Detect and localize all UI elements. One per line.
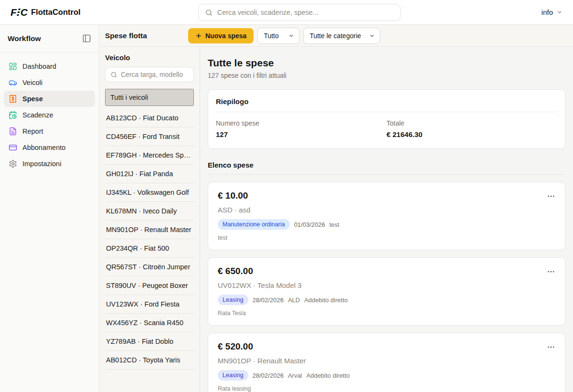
sidebar-item-label: Veicoli bbox=[22, 79, 42, 86]
expense-vendor: ALD bbox=[288, 297, 300, 304]
filter-category-select[interactable]: Tutte le categorie bbox=[303, 28, 380, 44]
expense-meta: Manutenzione ordinaria 01/03/2026 test bbox=[218, 219, 555, 230]
receipt-icon bbox=[9, 95, 17, 103]
vehicle-list-item[interactable]: KL678MN · Iveco Daily bbox=[105, 202, 194, 221]
expense-amount: € 520.00 bbox=[218, 341, 555, 352]
expense-date: 01/03/2026 bbox=[294, 221, 325, 228]
expense-vendor: test bbox=[329, 221, 340, 228]
gear-icon bbox=[9, 159, 17, 168]
expense-vehicle: UV012WX · Tesla Model 3 bbox=[218, 281, 555, 289]
expense-payment: Addebito diretto bbox=[307, 372, 350, 379]
expense-card: € 10.00 ASD · asd Manutenzione ordinaria… bbox=[208, 182, 565, 250]
summary-total-label: Totale bbox=[387, 119, 558, 127]
summary-count-value: 127 bbox=[216, 130, 387, 138]
vehicle-list-item[interactable]: MN901OP · Renault Master bbox=[105, 221, 194, 239]
global-search[interactable] bbox=[198, 4, 401, 21]
user-menu-label: info bbox=[541, 8, 553, 16]
expense-vendor: Arval bbox=[288, 372, 302, 379]
expense-list-title: Elenco spese bbox=[208, 161, 565, 175]
document-icon bbox=[9, 127, 17, 136]
vehicle-list-item[interactable]: GH012IJ · Fiat Panda bbox=[105, 165, 194, 183]
vehicle-list-item[interactable]: UV123WX · Ford Fiesta bbox=[105, 295, 194, 314]
ellipsis-menu-icon[interactable] bbox=[545, 341, 557, 353]
expense-amount: € 10.00 bbox=[218, 191, 555, 201]
vehicle-list-item[interactable]: EF789GH · Mercedes Sprinter bbox=[105, 146, 194, 165]
expense-amount: € 650.00 bbox=[218, 266, 555, 276]
vehicle-list-item[interactable]: ST890UV · Peugeot Boxer bbox=[105, 276, 194, 295]
sidebar-item-label: Report bbox=[22, 127, 43, 135]
category-badge: Leasing bbox=[218, 370, 248, 381]
vehicle-list-item[interactable]: IJ345KL · Volkswagen Golf bbox=[105, 183, 194, 202]
vehicle-list-item[interactable]: AB123CD · Fiat Ducato bbox=[105, 109, 194, 127]
summary-title: Riepilogo bbox=[216, 97, 557, 112]
vehicle-panel-title: Veicolo bbox=[105, 53, 194, 62]
category-badge: Leasing bbox=[218, 295, 248, 305]
vehicle-list-item[interactable]: YZ789AB · Fiat Doblo bbox=[105, 332, 194, 351]
new-expense-button[interactable]: Nuova spesa bbox=[188, 28, 254, 43]
filter-type-select[interactable]: Tutto bbox=[257, 28, 299, 44]
expense-meta: Leasing 28/02/2026 ALD Addebito diretto bbox=[218, 295, 555, 305]
sidebar: Workflow Dashboard Veicoli bbox=[0, 25, 99, 392]
sidebar-title: Workflow bbox=[8, 34, 41, 43]
global-search-input[interactable] bbox=[217, 9, 394, 16]
summary-count-label: Numero spese bbox=[216, 119, 387, 127]
expense-date: 28/02/2026 bbox=[253, 297, 284, 304]
brand-name: FlottaControl bbox=[31, 8, 81, 17]
sidebar-item-veicoli[interactable]: Veicoli bbox=[4, 74, 95, 91]
panel-collapse-icon[interactable] bbox=[81, 33, 92, 44]
sidebar-item-spese[interactable]: Spese bbox=[4, 91, 95, 107]
sidebar-item-label: Spese bbox=[22, 95, 43, 103]
car-icon bbox=[9, 78, 17, 87]
search-icon bbox=[205, 9, 213, 17]
calendar-clock-icon bbox=[9, 111, 17, 119]
expense-description: Rata leasing bbox=[218, 385, 555, 392]
toolbar: Spese flotta Nuova spesa Tutto Tutte le … bbox=[99, 25, 573, 47]
summary-total-value: € 21646.30 bbox=[387, 130, 558, 138]
sidebar-item-report[interactable]: Report bbox=[4, 123, 95, 139]
category-badge: Manutenzione ordinaria bbox=[218, 219, 290, 230]
sidebar-item-label: Scadenze bbox=[22, 111, 53, 119]
credit-card-icon bbox=[9, 143, 17, 152]
expenses-main: Tutte le spese 127 spese con i filtri at… bbox=[200, 47, 573, 392]
summary-count: Numero spese 127 bbox=[216, 119, 387, 138]
brand: FC FlottaControl bbox=[11, 7, 81, 18]
sidebar-item-abbonamento[interactable]: Abbonamento bbox=[4, 139, 95, 156]
vehicle-list-item[interactable]: CD456EF · Ford Transit bbox=[105, 127, 194, 146]
expense-card: € 650.00 UV012WX · Tesla Model 3 Leasing… bbox=[208, 257, 565, 326]
vehicle-list-item[interactable]: WX456YZ · Scania R450 bbox=[105, 314, 194, 332]
sidebar-item-label: Dashboard bbox=[22, 63, 56, 70]
expense-description: test bbox=[218, 234, 555, 241]
summary-card: Riepilogo Numero spese 127 Totale € 2164… bbox=[208, 89, 565, 149]
sidebar-item-scadenze[interactable]: Scadenze bbox=[4, 107, 95, 123]
app-logo-icon: FC bbox=[11, 7, 27, 18]
sidebar-header: Workflow bbox=[0, 25, 99, 53]
sidebar-item-dashboard[interactable]: Dashboard bbox=[4, 58, 95, 74]
sidebar-nav: Dashboard Veicoli Spese Scadenze bbox=[0, 53, 99, 178]
vehicle-list: AB123CD · Fiat Ducato CD456EF · Ford Tra… bbox=[105, 109, 194, 370]
ellipsis-menu-icon[interactable] bbox=[545, 265, 557, 278]
vehicle-list-item[interactable]: QR567ST · Citroën Jumper bbox=[105, 258, 194, 276]
vehicle-list-item[interactable]: OP234QR · Fiat 500 bbox=[105, 239, 194, 258]
vehicle-search[interactable] bbox=[105, 67, 194, 82]
plus-icon bbox=[195, 32, 202, 39]
ellipsis-menu-icon[interactable] bbox=[545, 190, 557, 202]
vehicle-search-input[interactable] bbox=[121, 71, 189, 78]
expenses-title: Tutte le spese bbox=[208, 57, 565, 69]
sidebar-item-label: Abbonamento bbox=[22, 144, 65, 151]
filter-type-value: Tutto bbox=[264, 32, 278, 40]
vehicle-list-item[interactable]: AB012CD · Toyota Yaris bbox=[105, 351, 194, 370]
new-expense-label: Nuova spesa bbox=[205, 32, 246, 40]
expense-date: 28/02/2026 bbox=[253, 372, 284, 379]
summary-total: Totale € 21646.30 bbox=[387, 119, 558, 138]
expense-meta: Leasing 28/02/2026 Arval Addebito dirett… bbox=[218, 370, 555, 381]
page-title: Spese flotta bbox=[105, 32, 184, 40]
expense-list: € 10.00 ASD · asd Manutenzione ordinaria… bbox=[208, 182, 565, 392]
dashboard-icon bbox=[9, 62, 17, 71]
vehicle-panel: Veicolo Tutti i veicoli AB123CD · Fiat D… bbox=[99, 47, 200, 392]
topbar: FC FlottaControl info bbox=[0, 0, 573, 25]
chevron-down-icon bbox=[556, 9, 562, 15]
filter-category-value: Tutte le categorie bbox=[309, 32, 361, 40]
sidebar-item-impostazioni[interactable]: Impostazioni bbox=[4, 156, 95, 172]
user-menu[interactable]: info bbox=[541, 8, 562, 16]
all-vehicles-option[interactable]: Tutti i veicoli bbox=[105, 89, 194, 106]
